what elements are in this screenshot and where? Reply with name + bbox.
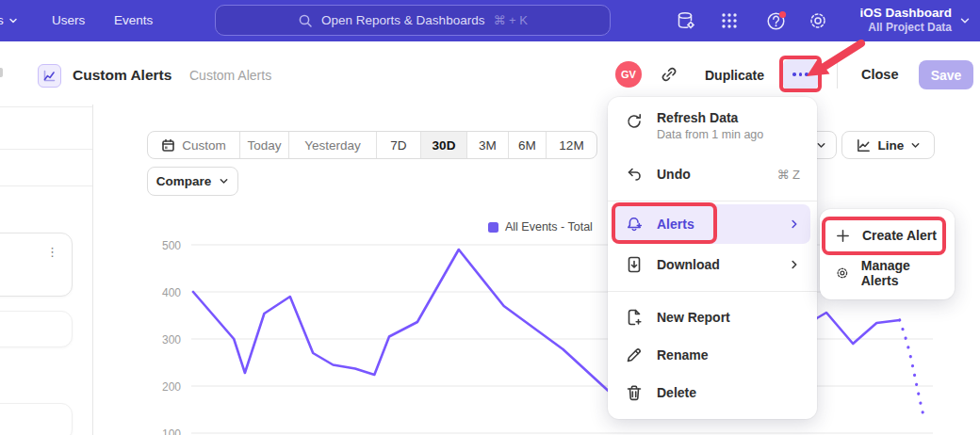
menu-item-alerts[interactable]: Alerts [608, 204, 817, 244]
settings-gear-icon[interactable] [807, 9, 829, 32]
top-navbar: s Users Events Open Reports & Dashboards… [0, 0, 980, 41]
menu-divider [608, 201, 817, 201]
chevron-right-icon [789, 218, 800, 230]
project-name: iOS Dashboard [859, 5, 952, 21]
menu-item-subtext: Data from 1 min ago [657, 128, 763, 141]
chevron-down-icon [816, 140, 826, 151]
menu-item-rename[interactable]: Rename [608, 336, 817, 374]
date-range-today[interactable]: Today [239, 132, 288, 158]
apps-grid-icon[interactable] [718, 9, 741, 32]
pencil-icon [625, 346, 644, 364]
clipped-element [0, 68, 3, 77]
date-range-6m[interactable]: 6M [508, 132, 546, 158]
breadcrumb: Custom Alerts [189, 68, 271, 83]
menu-item-label: Delete [657, 385, 696, 400]
avatar[interactable]: GV [615, 61, 642, 88]
date-range-custom[interactable]: Custom [148, 132, 239, 158]
menu-item-refresh-data[interactable]: Refresh Data Data from 1 min ago [608, 106, 817, 152]
date-range-12m[interactable]: 12M [546, 132, 596, 158]
notification-dot [779, 11, 786, 18]
date-range-yesterday[interactable]: Yesterday [288, 132, 376, 158]
submenu-item-label: Create Alert [862, 228, 937, 243]
sidebar-divider [92, 105, 93, 435]
nav-item-clipped[interactable]: s [0, 13, 18, 27]
menu-divider [608, 291, 817, 292]
chevron-down-icon [959, 15, 971, 26]
sidebar-card[interactable] [0, 403, 73, 435]
nav-item-events[interactable]: Events [114, 13, 153, 27]
download-icon [625, 255, 644, 274]
alerts-submenu: Create Alert Manage Alerts [820, 209, 955, 299]
chevron-down-icon [219, 176, 229, 186]
menu-item-delete[interactable]: Delete [608, 374, 817, 411]
menu-item-shortcut: ⌘ Z [776, 168, 800, 182]
date-range-control: Custom Today Yesterday 7D 30D 3M 6M 12M [147, 131, 597, 159]
bell-plus-icon [625, 215, 644, 234]
date-range-7d[interactable]: 7D [376, 132, 420, 158]
submenu-item-create-alert[interactable]: Create Alert [820, 217, 955, 254]
copy-link-icon[interactable] [659, 64, 679, 85]
new-report-icon [625, 308, 644, 327]
kebab-menu-icon[interactable]: ⋮ [46, 245, 58, 259]
save-button[interactable]: Save [919, 60, 973, 89]
project-selector[interactable]: iOS Dashboard All Project Data [859, 5, 952, 34]
menu-item-label: Refresh Data [657, 110, 763, 125]
duplicate-button[interactable]: Duplicate [705, 68, 764, 83]
more-options-menu: Refresh Data Data from 1 min ago Undo ⌘ … [608, 97, 817, 419]
menu-item-label: Alerts [657, 217, 694, 232]
undo-icon [625, 165, 644, 184]
divider [837, 60, 838, 89]
menu-item-highlight [614, 204, 810, 244]
date-range-30d-selected[interactable]: 30D [420, 132, 466, 158]
gear-icon [835, 265, 850, 282]
report-type-icon [38, 64, 61, 88]
app-root: s Users Events Open Reports & Dashboards… [0, 0, 980, 435]
menu-item-label: New Report [657, 310, 730, 325]
calendar-icon [161, 138, 175, 153]
trash-icon [625, 383, 644, 402]
menu-item-new-report[interactable]: New Report [608, 298, 817, 336]
menu-item-download[interactable]: Download [608, 246, 817, 283]
chevron-down-icon [910, 140, 921, 151]
data-sources-icon[interactable] [675, 9, 697, 32]
chart-type-button[interactable]: Line [841, 131, 935, 159]
close-button[interactable]: Close [861, 67, 899, 82]
compare-button[interactable]: Compare [147, 167, 238, 196]
refresh-icon [625, 112, 644, 131]
submenu-item-manage-alerts[interactable]: Manage Alerts [820, 254, 955, 292]
search-icon [298, 13, 313, 28]
y-axis-tick-label: 500 [162, 239, 181, 252]
nav-item-users[interactable]: Users [52, 13, 85, 27]
chevron-down-icon [8, 16, 18, 25]
project-scope: All Project Data [859, 21, 952, 34]
help-icon[interactable] [765, 9, 788, 32]
search-input[interactable]: Open Reports & Dashboards ⌘ + K [215, 5, 611, 36]
sidebar-card[interactable]: ⋮ [0, 233, 73, 297]
sidebar-card[interactable] [0, 311, 73, 347]
menu-item-label: Download [657, 257, 720, 272]
y-axis-tick-label: 300 [162, 333, 181, 346]
divider [0, 185, 92, 186]
y-axis-tick-label: 100 [162, 427, 181, 435]
report-header: Custom Alerts Custom Alerts GV Duplicate… [0, 41, 980, 97]
chevron-right-icon [789, 259, 800, 270]
series-line-projection-dotted [900, 320, 925, 421]
divider [0, 106, 92, 107]
search-placeholder: Open Reports & Dashboards [321, 13, 484, 27]
line-chart-icon [856, 137, 872, 153]
divider [0, 149, 92, 150]
menu-item-label: Undo [657, 167, 691, 182]
menu-item-undo[interactable]: Undo ⌘ Z [608, 155, 817, 193]
page-title: Custom Alerts [73, 67, 172, 84]
plus-icon [835, 228, 851, 244]
y-axis-tick-label: 400 [162, 286, 181, 299]
nav-item-clipped-label: s [0, 13, 4, 27]
y-axis-tick-label: 200 [162, 380, 181, 394]
submenu-item-label: Manage Alerts [861, 258, 939, 288]
menu-item-label: Rename [657, 347, 708, 362]
search-shortcut: ⌘ + K [493, 13, 528, 27]
more-options-button[interactable] [783, 59, 818, 89]
date-range-3m[interactable]: 3M [466, 132, 508, 158]
